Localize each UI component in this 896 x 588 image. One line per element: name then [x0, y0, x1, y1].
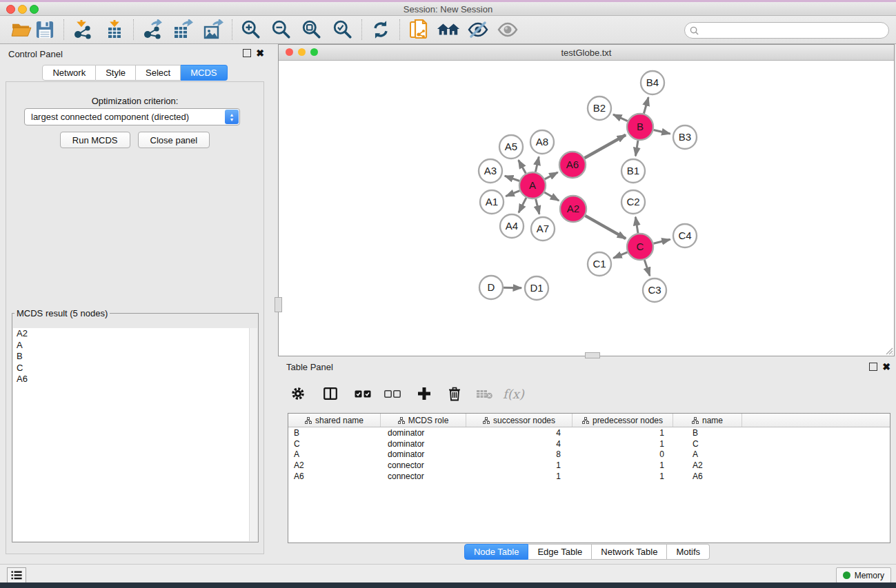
memory-button[interactable]: Memory [836, 567, 891, 583]
column-header-predecessor-nodes[interactable]: predecessor nodes [573, 414, 673, 427]
table-row-C[interactable]: Cdominator41C [288, 438, 890, 449]
tab-style[interactable]: Style [96, 65, 136, 81]
run-mcds-button[interactable]: Run MCDS [60, 132, 130, 148]
graph-node-A8[interactable]: A8 [530, 130, 554, 154]
column-header-shared-name[interactable]: shared name [288, 414, 381, 427]
criterion-select[interactable]: largest connected component (directed) ▲… [24, 108, 240, 125]
graph-node-D1[interactable]: D1 [525, 276, 548, 300]
table-row-A6[interactable]: A6connector11A6 [288, 471, 890, 482]
tab-mcds[interactable]: MCDS [181, 65, 227, 81]
tab-network-table[interactable]: Network Table [592, 544, 667, 560]
tab-select[interactable]: Select [136, 65, 181, 81]
result-item-C[interactable]: C [13, 363, 257, 374]
delete-column-button[interactable] [444, 383, 465, 404]
table-row-B[interactable]: Bdominator41B [288, 427, 890, 438]
export-image-button[interactable] [201, 18, 225, 41]
graph-node-C2[interactable]: C2 [621, 190, 645, 214]
graph-node-A5[interactable]: A5 [499, 135, 523, 159]
table-row-A[interactable]: Adominator80A [288, 449, 890, 460]
deselect-all-columns-button[interactable] [382, 383, 403, 404]
tab-edge-table[interactable]: Edge Table [528, 544, 592, 560]
cell-successor-nodes: 1 [466, 460, 573, 470]
tab-node-table[interactable]: Node Table [464, 544, 529, 560]
cell-predecessor-nodes: 1 [573, 460, 673, 470]
close-table-panel-icon[interactable]: ✖ [882, 363, 890, 370]
graph-node-A3[interactable]: A3 [479, 159, 502, 183]
task-history-button[interactable] [7, 567, 26, 583]
add-column-button[interactable] [414, 383, 435, 404]
graph-node-C4[interactable]: C4 [673, 224, 697, 247]
cell-predecessor-nodes: 0 [573, 449, 673, 459]
graph-node-A[interactable]: A [519, 172, 546, 199]
graph-node-B4[interactable]: B4 [641, 71, 664, 94]
delete-table-button[interactable] [474, 383, 495, 404]
result-list-scrollbar[interactable] [249, 328, 257, 541]
column-header-mcds-role[interactable]: MCDS role [381, 414, 466, 427]
graph-node-A6[interactable]: A6 [559, 152, 586, 178]
svg-text:D1: D1 [530, 282, 543, 294]
cell-shared-name: A6 [288, 472, 381, 481]
resize-grip-icon[interactable] [884, 345, 893, 355]
divider-grip[interactable] [585, 352, 600, 358]
network-from-file-button[interactable] [407, 18, 430, 41]
zoom-out-button[interactable] [270, 18, 293, 41]
close-panel-icon[interactable]: ✖ [256, 50, 264, 57]
node-table[interactable]: shared nameMCDS rolesuccessor nodesprede… [288, 413, 890, 543]
show-all-button[interactable] [496, 18, 519, 41]
network-canvas[interactable]: B4B2BB3A8A5A6A3B1AA1C2A2A4A7C4CC1C3DD1 [279, 61, 894, 358]
graph-node-D[interactable]: D [479, 276, 503, 299]
graph-node-A2[interactable]: A2 [560, 196, 586, 222]
graph-node-A1[interactable]: A1 [480, 190, 504, 214]
graph-node-B3[interactable]: B3 [673, 125, 697, 149]
gear-icon [290, 386, 306, 401]
import-network-button[interactable] [71, 18, 94, 41]
export-table-button[interactable] [171, 18, 195, 41]
hide-selected-button[interactable] [466, 18, 490, 41]
show-column-button[interactable] [320, 383, 341, 404]
export-network-icon [142, 19, 163, 40]
search-input[interactable] [701, 23, 888, 37]
result-item-B[interactable]: B [13, 351, 257, 363]
save-session-button[interactable] [33, 18, 57, 41]
svg-text:B3: B3 [679, 131, 691, 143]
float-panel-icon[interactable] [243, 49, 251, 57]
fit-zoom-button[interactable] [300, 18, 323, 41]
home-button[interactable] [437, 18, 460, 41]
network-window-titlebar[interactable]: testGlobe.txt [279, 45, 894, 61]
search-field[interactable] [684, 22, 889, 39]
function-builder-button[interactable]: f(x) [503, 383, 524, 404]
open-session-button[interactable] [10, 18, 33, 41]
edge-B-B1 [635, 141, 638, 156]
import-table-icon [104, 19, 125, 40]
export-network-button[interactable] [141, 18, 164, 41]
select-all-columns-button[interactable] [352, 383, 373, 404]
graph-node-C1[interactable]: C1 [588, 252, 611, 276]
svg-text:A5: A5 [505, 141, 517, 152]
graph-node-B1[interactable]: B1 [621, 159, 645, 183]
zoom-selected-button[interactable] [331, 18, 355, 41]
graph-node-C[interactable]: C [627, 234, 653, 260]
mcds-tab-content: Optimization criterion: largest connecte… [6, 81, 264, 554]
divider-grip[interactable] [275, 297, 282, 312]
import-table-button[interactable] [103, 18, 126, 41]
zoom-in-button[interactable] [239, 18, 263, 41]
column-type-icon [582, 417, 589, 424]
table-mode-button[interactable] [288, 383, 308, 404]
graph-node-A4[interactable]: A4 [500, 214, 524, 238]
table-row-A2[interactable]: A2connector11A2 [288, 460, 890, 471]
tab-motifs[interactable]: Motifs [667, 544, 710, 560]
graph-node-B2[interactable]: B2 [588, 97, 611, 120]
result-item-A[interactable]: A [13, 340, 257, 352]
result-item-A2[interactable]: A2 [13, 328, 257, 340]
float-table-panel-icon[interactable] [869, 363, 877, 371]
graph-node-A7[interactable]: A7 [531, 217, 555, 241]
edge-A-A5 [519, 160, 526, 173]
result-item-A6[interactable]: A6 [13, 374, 257, 385]
graph-node-B[interactable]: B [627, 114, 653, 140]
refresh-layout-button[interactable] [369, 18, 392, 41]
column-header-name[interactable]: name [673, 414, 742, 427]
tab-network[interactable]: Network [42, 65, 96, 81]
column-header-successor-nodes[interactable]: successor nodes [466, 414, 573, 427]
graph-node-C3[interactable]: C3 [643, 278, 666, 302]
close-panel-button[interactable]: Close panel [138, 132, 210, 148]
